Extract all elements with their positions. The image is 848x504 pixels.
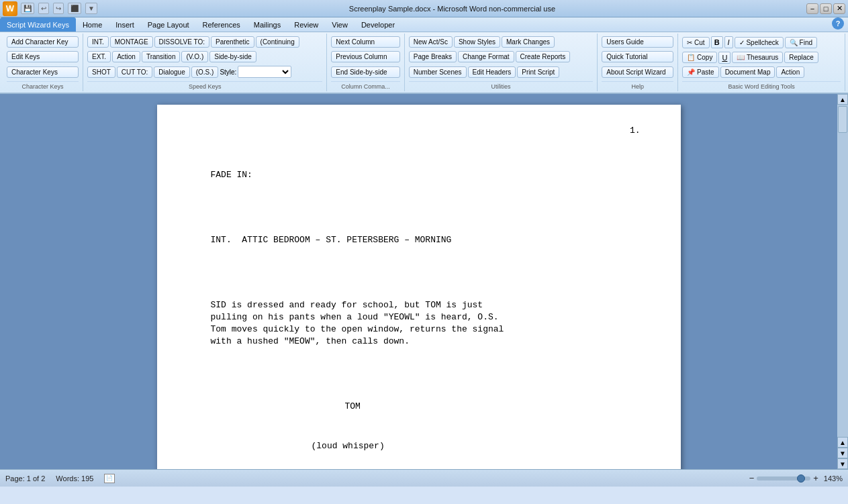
menu-developer[interactable]: Developer: [355, 17, 402, 32]
save-icon[interactable]: 💾: [21, 3, 34, 14]
minimize-button[interactable]: −: [806, 3, 818, 14]
ribbon-content: Add Character Key Edit Keys Character Ke…: [0, 32, 848, 93]
scroll-up-button[interactable]: ▲: [837, 94, 848, 105]
undo-icon[interactable]: ↩: [38, 3, 49, 14]
menu-review[interactable]: Review: [287, 17, 325, 32]
dropdown-arrow-icon[interactable]: ▼: [85, 3, 97, 14]
about-script-wizard-button[interactable]: About Script Wizard: [602, 66, 673, 78]
close-button[interactable]: ✕: [833, 3, 845, 14]
edit-row-2: 📋 Copy U 📖 Thesaurus Replace: [682, 52, 818, 64]
paste-button[interactable]: 📌 Paste: [682, 66, 718, 78]
scroll-thumb[interactable]: [838, 106, 847, 133]
zoom-control: − + 143%: [749, 473, 843, 483]
thesaurus-button[interactable]: 📖 Thesaurus: [732, 52, 783, 63]
int-button[interactable]: INT.: [87, 36, 109, 48]
group-editing-tools: ✂ Cut B I ✓ Spellcheck 🔍 Find 📋 Copy U 📖…: [678, 34, 845, 91]
side-by-side-button[interactable]: Side-by-side: [209, 51, 256, 62]
underline-button[interactable]: U: [718, 52, 731, 64]
scroll-down-button[interactable]: ▼: [837, 458, 848, 469]
number-scenes-button[interactable]: Number Scenes: [409, 66, 467, 78]
page-breaks-button[interactable]: Page Breaks: [409, 51, 457, 62]
quick-tutorial-button[interactable]: Quick Tutorial: [602, 51, 673, 62]
document-area: 1. FADE IN: INT. ATTIC BEDROOM – ST. PET…: [0, 94, 848, 469]
action-btn[interactable]: Action: [776, 66, 804, 78]
scroll-up-arrow2[interactable]: ▲: [837, 437, 848, 448]
document-scroll[interactable]: 1. FADE IN: INT. ATTIC BEDROOM – ST. PET…: [0, 94, 837, 469]
parenthetic-button[interactable]: Parenthetic: [211, 36, 254, 48]
transition-button[interactable]: Transition: [142, 51, 181, 62]
group-column: Next Column Previous Column End Side-by-…: [327, 34, 404, 91]
cut-to-button[interactable]: CUT TO:: [117, 66, 152, 78]
new-act-sc-button[interactable]: New Act/Sc: [409, 36, 453, 48]
document-page[interactable]: 1. FADE IN: INT. ATTIC BEDROOM – ST. PET…: [157, 105, 681, 469]
character-keys-label: Character Keys: [7, 81, 79, 90]
utilities-label: Utilities: [409, 81, 593, 90]
restore-button[interactable]: □: [820, 3, 832, 14]
document-title: Screenplay Sample.docx - Microsoft Word …: [349, 5, 555, 13]
scroll-track[interactable]: [837, 105, 848, 437]
doc-status-icon[interactable]: 📄: [104, 474, 115, 483]
menu-mailings[interactable]: Mailings: [247, 17, 287, 32]
editing-tools-label: Basic Word Editing Tools: [682, 81, 841, 90]
zoom-plus-button[interactable]: +: [813, 473, 818, 483]
next-column-button[interactable]: Next Column: [331, 36, 399, 48]
menu-home[interactable]: Home: [76, 17, 109, 32]
zoom-slider[interactable]: [757, 476, 810, 481]
help-label: Help: [602, 81, 673, 90]
extra-icon[interactable]: ⬛: [68, 3, 81, 14]
print-script-button[interactable]: Print Script: [517, 66, 559, 78]
menu-references[interactable]: References: [196, 17, 247, 32]
zoom-level: 143%: [824, 474, 843, 483]
zoom-minus-button[interactable]: −: [749, 473, 755, 483]
shot-button[interactable]: SHOT: [87, 66, 115, 78]
show-styles-button[interactable]: Show Styles: [454, 36, 500, 48]
util-row-3: Number Scenes Edit Headers Print Script: [409, 66, 559, 78]
group-utilities: New Act/Sc Show Styles Mark Changes Page…: [405, 34, 598, 91]
bold-button[interactable]: B: [711, 36, 723, 48]
dissolve-to-button[interactable]: DISSOLVE TO:: [154, 36, 209, 48]
create-reports-button[interactable]: Create Reports: [516, 51, 571, 62]
edit-row-3: 📌 Paste Document Map Action: [682, 66, 804, 78]
menu-page-layout[interactable]: Page Layout: [141, 17, 196, 32]
group-help: Users Guide Quick Tutorial About Script …: [598, 34, 678, 91]
status-bar: Page: 1 of 2 Words: 195 📄 − + 143%: [0, 469, 848, 487]
parenthetical-1: (loud whisper): [312, 440, 627, 452]
action-button[interactable]: Action: [112, 51, 140, 62]
os-button[interactable]: (O.S.): [191, 66, 219, 78]
zoom-thumb[interactable]: [797, 474, 805, 483]
find-button[interactable]: 🔍 Find: [785, 37, 817, 48]
users-guide-button[interactable]: Users Guide: [602, 36, 673, 48]
speed-key-buttons: INT. MONTAGE DISSOLVE TO: Parenthetic (C…: [87, 35, 322, 81]
redo-icon[interactable]: ↪: [53, 3, 64, 14]
mark-changes-button[interactable]: Mark Changes: [502, 36, 555, 48]
edit-headers-button[interactable]: Edit Headers: [468, 66, 516, 78]
fade-in: FADE IN:: [211, 169, 627, 181]
scroll-down-arrow1[interactable]: ▼: [837, 448, 848, 458]
speed-row-1: INT. MONTAGE DISSOLVE TO: Parenthetic (C…: [87, 36, 299, 48]
menu-bar: Script Wizard Keys Home Insert Page Layo…: [0, 17, 848, 32]
document-map-button[interactable]: Document Map: [720, 66, 775, 78]
end-side-by-side-button[interactable]: End Side-by-side: [331, 66, 399, 78]
menu-script-wizard[interactable]: Script Wizard Keys: [0, 17, 76, 32]
ext-button[interactable]: EXT.: [87, 51, 111, 62]
character-keys-button[interactable]: Character Keys: [7, 66, 79, 78]
spellcheck-button[interactable]: ✓ Spellcheck: [735, 37, 784, 48]
continuing-button[interactable]: (Continuing: [256, 36, 299, 48]
character-tom: TOM: [345, 401, 627, 413]
style-dropdown[interactable]: [238, 66, 291, 78]
menu-view[interactable]: View: [325, 17, 355, 32]
script-content: FADE IN: INT. ATTIC BEDROOM – ST. PETERS…: [211, 145, 627, 469]
italic-button[interactable]: I: [724, 36, 733, 48]
previous-column-button[interactable]: Previous Column: [331, 51, 399, 62]
dialogue-button[interactable]: Dialogue: [154, 66, 189, 78]
vo-button[interactable]: (V.O.): [181, 51, 208, 62]
menu-insert[interactable]: Insert: [109, 17, 141, 32]
change-format-button[interactable]: Change Format: [458, 51, 514, 62]
montage-button[interactable]: MONTAGE: [110, 36, 153, 48]
replace-button[interactable]: Replace: [784, 52, 818, 63]
copy-button[interactable]: 📋 Copy: [682, 52, 717, 63]
cut-button[interactable]: ✂ Cut: [682, 37, 709, 48]
edit-keys-button[interactable]: Edit Keys: [7, 51, 79, 62]
help-button[interactable]: ?: [832, 17, 844, 30]
add-character-key-button[interactable]: Add Character Key: [7, 36, 79, 48]
